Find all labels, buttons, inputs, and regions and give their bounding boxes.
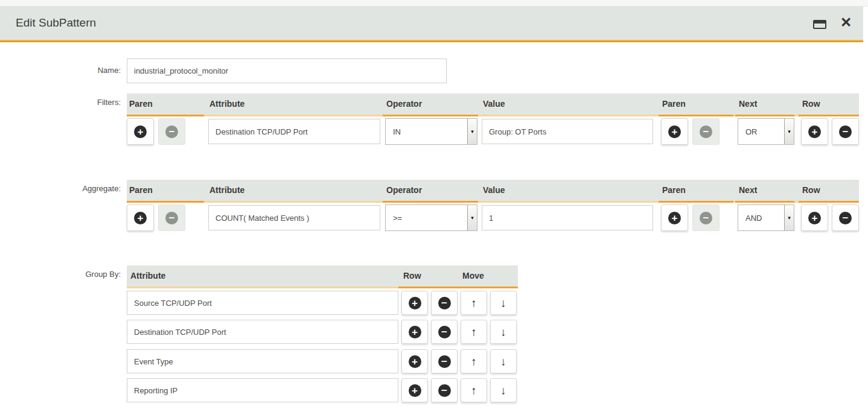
aggregate-paren-right-remove-button[interactable]: −: [692, 204, 720, 231]
aggregate-operator-select[interactable]: >= ▾: [385, 204, 477, 231]
groupby-row-1-move-up-button[interactable]: ↑: [461, 291, 487, 315]
minus-icon: −: [438, 355, 451, 368]
filters-label: Filters:: [24, 98, 121, 107]
filters-row-add-button[interactable]: +: [801, 118, 828, 145]
filters-header-value: Value: [483, 94, 505, 115]
groupby-row-1-attribute-input[interactable]: [127, 291, 398, 315]
groupby-row-2-remove-button[interactable]: −: [431, 320, 458, 344]
minus-icon: −: [438, 326, 451, 338]
aggregate-header-row: Row: [802, 180, 820, 201]
titlebar-accent-rule: [0, 40, 863, 42]
minus-icon: −: [700, 125, 712, 138]
filters-underline-row: [799, 115, 859, 116]
aggregate-next-value: AND: [738, 205, 784, 230]
name-label: Name:: [24, 66, 121, 75]
groupby-row-3-move-up-button[interactable]: ↑: [461, 349, 487, 373]
filters-paren-left-add-button[interactable]: +: [127, 118, 154, 145]
aggregate-paren-left-add-button[interactable]: +: [127, 204, 154, 231]
filters-underline-paren-left: [127, 115, 204, 116]
dialog-titlebar: Edit SubPattern: [0, 6, 863, 40]
filters-operator-select[interactable]: IN ▾: [385, 118, 477, 145]
plus-icon: +: [808, 212, 821, 224]
dropdown-arrow-icon: ▾: [467, 119, 477, 144]
aggregate-row-remove-button[interactable]: −: [832, 204, 859, 231]
filters-attribute-input[interactable]: [208, 119, 380, 144]
groupby-row-3-move-down-button[interactable]: ↓: [490, 349, 517, 373]
minus-icon: −: [438, 384, 451, 397]
groupby-header-move: Move: [462, 265, 484, 287]
groupby-underline-row-move: [398, 287, 518, 288]
aggregate-paren-right-add-button[interactable]: +: [661, 204, 688, 231]
plus-icon: +: [808, 125, 821, 138]
plus-icon: +: [409, 326, 421, 338]
filters-operator-value: IN: [386, 119, 467, 144]
aggregate-next-select[interactable]: AND ▾: [738, 204, 794, 231]
minus-icon: −: [700, 212, 712, 224]
filters-paren-left-remove-button[interactable]: −: [158, 118, 185, 145]
edit-subpattern-dialog: Edit SubPattern ✕ Name: Filters: Aggrega…: [0, 0, 868, 409]
groupby-row-2-add-button[interactable]: +: [401, 320, 428, 344]
plus-icon: +: [134, 125, 147, 138]
groupby-row-1-remove-button[interactable]: −: [431, 291, 458, 315]
filters-value-input[interactable]: [482, 119, 653, 144]
groupby-row-1-move-down-button[interactable]: ↓: [490, 291, 517, 315]
dropdown-arrow-icon: ▾: [784, 119, 794, 144]
groupby-row-4-move-down-button[interactable]: ↓: [490, 378, 517, 402]
groupby-row-4-add-button[interactable]: +: [401, 378, 428, 402]
minus-icon: −: [165, 212, 178, 224]
groupby-row-2-move-down-button[interactable]: ↓: [490, 320, 517, 344]
dropdown-arrow-icon: ▾: [784, 205, 794, 230]
plus-icon: +: [409, 355, 421, 368]
minus-icon: −: [839, 212, 852, 224]
filters-header-attribute: Attribute: [209, 94, 244, 115]
aggregate-header-paren-right: Paren: [662, 180, 686, 201]
aggregate-row-add-button[interactable]: +: [801, 204, 828, 231]
aggregate-paren-left-remove-button[interactable]: −: [158, 204, 185, 231]
plus-icon: +: [668, 212, 681, 224]
arrow-down-icon: ↓: [500, 385, 506, 396]
aggregate-underline-paren-left: [127, 201, 204, 203]
aggregate-header-next: Next: [739, 180, 757, 201]
filters-underline-next: [735, 115, 794, 116]
groupby-row-3-remove-button[interactable]: −: [431, 349, 458, 373]
filters-header-paren-right: Paren: [662, 94, 686, 115]
filters-paren-right-remove-button[interactable]: −: [692, 118, 720, 145]
aggregate-underline-row: [799, 201, 859, 203]
groupby-row-4-move-up-button[interactable]: ↑: [461, 378, 487, 402]
plus-icon: +: [134, 212, 147, 224]
minus-icon: −: [165, 125, 178, 138]
dropdown-arrow-icon: ▾: [467, 205, 477, 230]
filters-row-remove-button[interactable]: −: [832, 118, 859, 145]
groupby-header-row: Row: [403, 265, 421, 287]
groupby-row-4-remove-button[interactable]: −: [431, 378, 458, 402]
filters-underline-paren-right: [659, 115, 733, 116]
plus-icon: +: [409, 384, 421, 397]
plus-icon: +: [668, 125, 681, 138]
filters-header-operator: Operator: [386, 94, 422, 115]
groupby-row-3-add-button[interactable]: +: [401, 349, 428, 373]
groupby-row-2-move-up-button[interactable]: ↑: [461, 320, 487, 344]
aggregate-attribute-input[interactable]: [208, 205, 380, 230]
groupby-row-4-attribute-input[interactable]: [127, 378, 398, 402]
aggregate-header-operator: Operator: [386, 180, 422, 201]
plus-icon: +: [409, 297, 421, 309]
close-button[interactable]: ✕: [840, 16, 852, 30]
aggregate-header-paren-left: Paren: [129, 180, 153, 201]
dialog-title: Edit SubPattern: [16, 6, 96, 40]
groupby-row-3-attribute-input[interactable]: [127, 349, 398, 373]
name-input[interactable]: [127, 59, 447, 83]
filters-next-value: OR: [738, 119, 784, 144]
groupby-row-2-attribute-input[interactable]: [127, 320, 398, 344]
aggregate-value-input[interactable]: [482, 205, 653, 230]
maximize-button[interactable]: [811, 17, 828, 31]
filters-header-next: Next: [739, 94, 757, 115]
aggregate-header-value: Value: [483, 180, 505, 201]
groupby-label: Group By:: [24, 270, 121, 279]
arrow-up-icon: ↑: [471, 385, 477, 396]
filters-next-select[interactable]: OR ▾: [738, 118, 794, 145]
arrow-down-icon: ↓: [500, 356, 506, 367]
arrow-up-icon: ↑: [471, 356, 477, 367]
groupby-row-1-add-button[interactable]: +: [401, 291, 428, 315]
filters-paren-right-add-button[interactable]: +: [661, 118, 688, 145]
groupby-header-bar: Attribute Row Move: [127, 265, 518, 287]
